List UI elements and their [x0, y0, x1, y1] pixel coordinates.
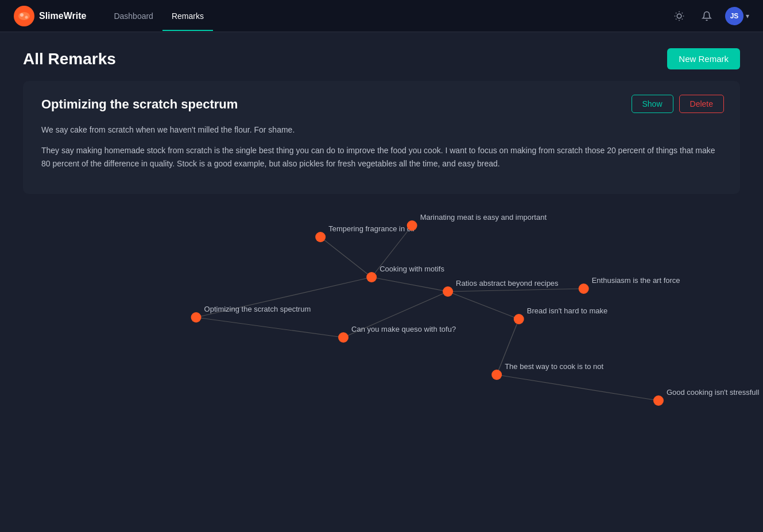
svg-point-27	[366, 272, 377, 282]
svg-point-41	[653, 395, 664, 406]
svg-point-29	[443, 286, 453, 297]
svg-line-15	[371, 277, 448, 292]
avatar: JS	[725, 7, 743, 25]
svg-point-2	[20, 13, 24, 17]
svg-text:Can you make queso with tofu?: Can you make queso with tofu?	[351, 325, 456, 333]
logo-text: SlimeWrite	[39, 11, 86, 21]
graph-area: Tempering fragrance in oilMarinating mea…	[0, 194, 763, 441]
chevron-down-icon: ▾	[746, 12, 749, 20]
svg-line-7	[676, 13, 676, 13]
svg-line-12	[682, 13, 683, 13]
remark-card: Show Delete Optimizing the scratch spect…	[23, 81, 740, 194]
new-remark-button[interactable]: New Remark	[667, 48, 740, 69]
navbar-nav: Dashboard Remarks	[104, 1, 670, 31]
svg-point-23	[315, 232, 326, 242]
svg-text:Good cooking isn't stressfull: Good cooking isn't stressfull	[667, 388, 760, 397]
logo-icon	[14, 6, 34, 26]
remark-paragraph-2: They say making homemade stock from scra…	[41, 144, 722, 170]
navbar-actions: JS ▾	[670, 7, 749, 25]
svg-line-22	[497, 375, 659, 401]
svg-text:Tempering fragrance in oil: Tempering fragrance in oil	[328, 224, 415, 233]
navbar: SlimeWrite Dashboard Remarks	[0, 0, 763, 32]
sun-icon	[674, 11, 684, 21]
remark-card-actions: Show Delete	[632, 95, 725, 113]
remark-paragraph-1: We say cake from scratch when we haven't…	[41, 123, 722, 136]
svg-point-35	[338, 332, 348, 343]
svg-point-3	[25, 15, 28, 18]
delete-button[interactable]: Delete	[679, 95, 724, 113]
user-menu[interactable]: JS ▾	[725, 7, 749, 25]
page-title: All Remarks	[23, 50, 116, 68]
svg-line-11	[676, 18, 676, 19]
theme-toggle-button[interactable]	[670, 7, 688, 25]
svg-point-33	[191, 312, 202, 323]
notifications-button[interactable]	[698, 7, 716, 25]
svg-line-13	[320, 237, 371, 277]
svg-point-31	[579, 284, 589, 294]
svg-text:Ratios abstract beyond recipes: Ratios abstract beyond recipes	[456, 279, 559, 288]
show-button[interactable]: Show	[632, 95, 673, 113]
nav-remarks[interactable]: Remarks	[162, 1, 213, 31]
page-header: All Remarks New Remark	[0, 32, 763, 81]
svg-point-37	[514, 314, 524, 324]
svg-line-19	[196, 317, 343, 337]
svg-text:Enthusiasm is the art force: Enthusiasm is the art force	[592, 276, 680, 285]
svg-text:Optimizing the scratch spectru: Optimizing the scratch spectrum	[204, 305, 311, 313]
svg-point-39	[491, 370, 502, 380]
svg-line-17	[448, 292, 519, 319]
svg-line-16	[448, 289, 584, 292]
logo[interactable]: SlimeWrite	[14, 6, 86, 26]
svg-text:The best way to cook is to not: The best way to cook is to not	[505, 362, 603, 371]
svg-text:Bread isn't hard to make: Bread isn't hard to make	[527, 306, 608, 315]
svg-line-8	[682, 18, 683, 19]
svg-text:Marinating meat is easy and im: Marinating meat is easy and important	[420, 213, 547, 222]
bell-icon	[702, 11, 712, 21]
svg-text:Cooking with motifs: Cooking with motifs	[379, 265, 444, 273]
graph-svg: Tempering fragrance in oilMarinating mea…	[0, 194, 763, 441]
svg-point-1	[18, 12, 30, 20]
remark-title: Optimizing the scratch spectrum	[41, 97, 722, 112]
svg-point-25	[407, 220, 417, 231]
nav-dashboard[interactable]: Dashboard	[104, 1, 162, 31]
svg-point-4	[677, 14, 681, 18]
